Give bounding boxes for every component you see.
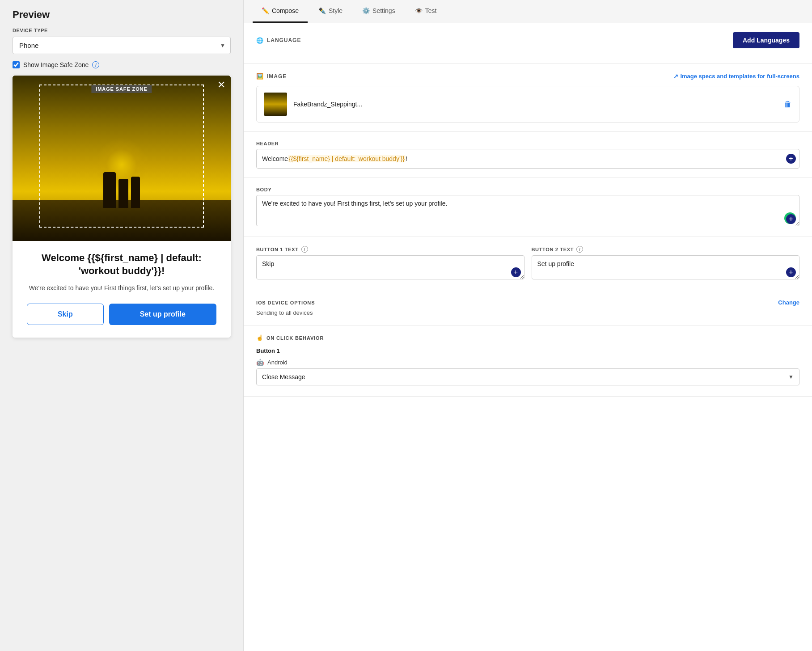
image-section: 🖼️ IMAGE ↗ Image specs and templates for…: [244, 64, 812, 132]
button1-add-button[interactable]: +: [511, 267, 521, 277]
page-title: Preview: [13, 9, 231, 21]
show-safe-zone-label: Show Image Safe Zone: [23, 61, 89, 68]
setup-profile-button[interactable]: Set up profile: [109, 304, 216, 325]
on-click-behavior-section: ☝️ ON CLICK BEHAVIOR Button 1 🤖 Android …: [244, 326, 812, 397]
button2-textarea[interactable]: [532, 255, 800, 279]
device-type-section: DEVICE TYPE Phone Tablet ▼: [0, 28, 243, 61]
close-message-text: Close Message: [262, 373, 305, 380]
language-section: 🌐 LANGUAGE Add Languages: [244, 23, 812, 64]
image-title-row: 🖼️ IMAGE: [256, 73, 287, 80]
safe-zone-overlay: IMAGE SAFE ZONE: [39, 85, 204, 228]
ios-options-header: IOS DEVICE OPTIONS Change: [256, 299, 799, 306]
phone-content: Welcome {{${first_name} | default: 'work…: [13, 241, 231, 338]
tab-settings[interactable]: ⚙️ Settings: [353, 0, 404, 23]
button2-label: BUTTON 2 TEXT i: [532, 246, 800, 253]
button1-textarea[interactable]: [256, 255, 524, 279]
button2-label-text: BUTTON 2 TEXT: [532, 247, 574, 252]
language-title-row: 🌐 LANGUAGE: [256, 37, 301, 44]
phone-buttons: Skip Set up profile: [27, 304, 216, 325]
header-label-text: HEADER: [256, 141, 279, 146]
image-icon: 🖼️: [256, 73, 263, 80]
button1-label: BUTTON 1 TEXT i: [256, 246, 524, 253]
body-text: We're excited to have you! First things …: [27, 283, 216, 293]
on-click-title-text: ON CLICK BEHAVIOR: [266, 335, 324, 341]
button2-add-button[interactable]: +: [786, 267, 796, 277]
button1-label-text: BUTTON 1 TEXT: [256, 247, 299, 252]
body-section: BODY G +: [244, 178, 812, 237]
image-section-header: 🖼️ IMAGE ↗ Image specs and templates for…: [256, 73, 799, 80]
tab-style-label: Style: [329, 7, 343, 14]
header-static-text: Welcome: [262, 155, 288, 162]
header-input-wrapper: Welcome {{${first_name} | default: 'work…: [256, 149, 799, 169]
phone-preview: IMAGE SAFE ZONE ✕ Welcome {{${first_name…: [13, 76, 231, 338]
globe-icon: 🌐: [256, 37, 263, 44]
info-icon[interactable]: i: [92, 61, 99, 68]
body-add-button[interactable]: +: [786, 214, 796, 224]
welcome-heading: Welcome {{${first_name} | default: 'work…: [27, 252, 216, 277]
ios-change-link[interactable]: Change: [778, 299, 799, 306]
button1-info-icon[interactable]: i: [301, 246, 308, 253]
header-variable-text: {{${first_name} | default: 'workout budd…: [288, 155, 406, 162]
device-type-select[interactable]: Phone Tablet: [13, 37, 231, 54]
tab-settings-label: Settings: [372, 7, 395, 14]
body-input-wrapper: G +: [256, 195, 799, 228]
image-container: IMAGE SAFE ZONE ✕: [13, 76, 231, 241]
header-field-label: HEADER: [256, 141, 799, 146]
image-file-row: FakeBrandz_Steppingt... 🗑: [256, 86, 799, 123]
add-languages-button[interactable]: Add Languages: [733, 32, 799, 48]
phone-preview-wrapper: IMAGE SAFE ZONE ✕ Welcome {{${first_name…: [0, 76, 243, 348]
style-icon: ✒️: [318, 7, 326, 14]
tab-compose[interactable]: ✏️ Compose: [253, 0, 308, 23]
button2-info-icon[interactable]: i: [576, 246, 583, 253]
ios-options-title: IOS DEVICE OPTIONS: [256, 300, 315, 305]
button2-input-wrapper: +: [532, 255, 800, 281]
tab-test-label: Test: [425, 7, 437, 14]
tab-test[interactable]: 👁️ Test: [406, 0, 446, 23]
header-suffix: !: [406, 155, 407, 162]
button1-field: BUTTON 1 TEXT i +: [256, 246, 524, 281]
android-icon: 🤖: [256, 359, 264, 366]
skip-button[interactable]: Skip: [27, 304, 104, 325]
settings-icon: ⚙️: [362, 7, 370, 14]
compose-icon: ✏️: [262, 7, 269, 14]
left-panel: Preview DEVICE TYPE Phone Tablet ▼ Show …: [0, 0, 244, 651]
image-specs-link[interactable]: ↗ Image specs and templates for full-scr…: [673, 73, 799, 80]
on-click-button1-label: Button 1: [256, 347, 799, 354]
close-icon[interactable]: ✕: [217, 80, 225, 90]
image-filename: FakeBrandz_Steppingt...: [293, 101, 362, 108]
language-section-header: 🌐 LANGUAGE Add Languages: [256, 32, 799, 48]
image-file-left: FakeBrandz_Steppingt...: [264, 93, 362, 116]
top-nav: ✏️ Compose ✒️ Style ⚙️ Settings 👁️ Test: [244, 0, 812, 23]
image-section-title: IMAGE: [267, 73, 287, 80]
test-icon: 👁️: [415, 7, 423, 14]
click-icon: ☝️: [256, 334, 264, 341]
header-input[interactable]: Welcome {{${first_name} | default: 'work…: [256, 149, 799, 169]
delete-image-icon[interactable]: 🗑: [784, 100, 792, 109]
show-safe-zone-row: Show Image Safe Zone i: [0, 61, 243, 76]
right-panel: ✏️ Compose ✒️ Style ⚙️ Settings 👁️ Test …: [244, 0, 812, 651]
tab-style[interactable]: ✒️ Style: [309, 0, 351, 23]
ios-options-subtitle: Sending to all devices: [256, 309, 799, 316]
button-fields-grid: BUTTON 1 TEXT i + BUTTON 2 TEXT i +: [256, 246, 799, 281]
ios-options-section: IOS DEVICE OPTIONS Change Sending to all…: [244, 290, 812, 326]
button1-input-wrapper: +: [256, 255, 524, 281]
android-label: Android: [267, 359, 288, 366]
device-type-label: DEVICE TYPE: [13, 28, 231, 33]
image-thumbnail: [264, 93, 287, 116]
android-platform-row: 🤖 Android: [256, 359, 799, 366]
left-header: Preview: [0, 0, 243, 28]
language-section-title: LANGUAGE: [267, 37, 301, 43]
header-section: HEADER Welcome {{${first_name} | default…: [244, 132, 812, 178]
button-texts-section: BUTTON 1 TEXT i + BUTTON 2 TEXT i +: [244, 237, 812, 290]
on-click-title: ☝️ ON CLICK BEHAVIOR: [256, 334, 799, 341]
body-label-text: BODY: [256, 187, 271, 192]
tab-compose-label: Compose: [272, 7, 299, 14]
close-message-dropdown[interactable]: Close Message ▼: [256, 368, 799, 385]
body-field-label: BODY: [256, 187, 799, 192]
header-add-button[interactable]: +: [786, 154, 796, 164]
body-textarea[interactable]: [256, 195, 799, 226]
show-safe-zone-checkbox[interactable]: [13, 61, 20, 68]
button2-field: BUTTON 2 TEXT i +: [532, 246, 800, 281]
external-link-icon: ↗: [673, 73, 678, 80]
device-select-wrapper: Phone Tablet ▼: [13, 37, 231, 54]
